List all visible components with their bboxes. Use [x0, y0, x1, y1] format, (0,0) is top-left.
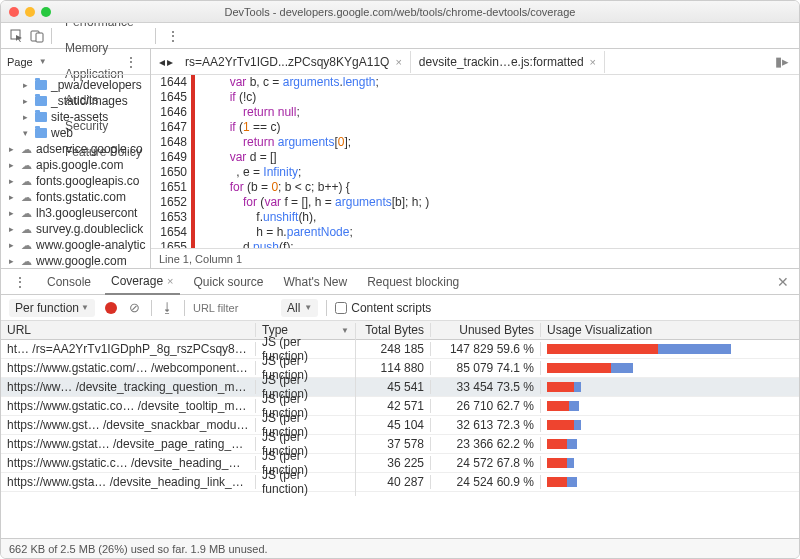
coverage-summary: 662 KB of 2.5 MB (26%) used so far. 1.9 …: [1, 538, 799, 558]
table-row[interactable]: https://www.gstatic.c… /devsite_heading_…: [1, 454, 799, 473]
url-filter-input[interactable]: [193, 302, 273, 314]
clear-button[interactable]: ⊘: [127, 300, 143, 316]
folder-icon: [35, 112, 47, 122]
svg-rect-2: [36, 33, 43, 42]
col-unused[interactable]: Unused Bytes: [431, 323, 541, 337]
per-function-select[interactable]: Per function▼: [9, 299, 95, 317]
tree-item[interactable]: ▸☁survey.g.doubleclick: [1, 221, 150, 237]
file-tabstrip: ◂ ▸ rs=AA2YrTv1IGD...zPCsqy8KYgA11Q×devs…: [151, 49, 799, 75]
chevron-down-icon: ▼: [39, 57, 47, 66]
tree-item[interactable]: ▸☁fonts.gstatic.com: [1, 189, 150, 205]
drawer-tab-coverage[interactable]: Coverage×: [105, 269, 179, 295]
page-label: Page: [7, 56, 33, 68]
tree-item[interactable]: ▸_pwa/developers: [1, 77, 150, 93]
main-menu-button[interactable]: ⋮: [160, 28, 186, 44]
tree-item[interactable]: ▸☁adservice.google.co: [1, 141, 150, 157]
device-toggle-icon[interactable]: [27, 26, 47, 46]
table-row[interactable]: https://www.gstatic.com/… /webcomponents…: [1, 359, 799, 378]
cloud-icon: ☁: [21, 191, 32, 204]
close-icon[interactable]: ×: [590, 56, 596, 68]
table-row[interactable]: https://www.gstat… /devsite_page_rating_…: [1, 435, 799, 454]
drawer-tab-request-blocking[interactable]: Request blocking: [361, 269, 465, 295]
cloud-icon: ☁: [21, 159, 32, 172]
file-tree: ▸_pwa/developers▸_static/images▸site-ass…: [1, 75, 150, 268]
coverage-table: URL Type▼ Total Bytes Unused Bytes Usage…: [1, 321, 799, 538]
folder-icon: [35, 80, 47, 90]
record-button[interactable]: [103, 300, 119, 316]
tree-item[interactable]: ▸_static/images: [1, 93, 150, 109]
table-row[interactable]: https://www.gsta… /devsite_heading_link_…: [1, 473, 799, 492]
tree-item[interactable]: ▾web: [1, 125, 150, 141]
nav-forward-icon[interactable]: ▸: [167, 55, 173, 69]
tree-item[interactable]: ▸☁lh3.googleusercont: [1, 205, 150, 221]
drawer-close-button[interactable]: ✕: [773, 274, 793, 290]
close-icon[interactable]: ×: [395, 56, 401, 68]
folder-icon: [35, 128, 47, 138]
drawer-tab-quick-source[interactable]: Quick source: [188, 269, 270, 295]
window-titlebar: DevTools - developers.google.com/web/too…: [1, 1, 799, 23]
page-pane-header[interactable]: Page ▼ ⋮: [1, 49, 150, 75]
drawer-menu-button[interactable]: ⋮: [7, 274, 33, 290]
folder-icon: [35, 96, 47, 106]
file-tab[interactable]: devsite_trackin…e.js:formatted×: [411, 51, 605, 73]
tree-item[interactable]: ▸☁www.google-analytic: [1, 237, 150, 253]
table-row[interactable]: https://www.gstatic.co… /devsite_tooltip…: [1, 397, 799, 416]
coverage-toolbar: Per function▼ ⊘ ⭳ All▼ Content scripts: [1, 295, 799, 321]
close-icon[interactable]: ×: [167, 275, 173, 287]
cloud-icon: ☁: [21, 255, 32, 268]
col-viz[interactable]: Usage Visualization: [541, 323, 799, 337]
tree-item[interactable]: ▸site-assets: [1, 109, 150, 125]
table-row[interactable]: https://www.gst… /devsite_snackbar_modul…: [1, 416, 799, 435]
code-editor[interactable]: var b, c = arguments.length; if (!c) ret…: [195, 75, 799, 248]
cloud-icon: ☁: [21, 223, 32, 236]
content-scripts-checkbox[interactable]: Content scripts: [335, 301, 431, 315]
nav-back-icon[interactable]: ◂: [159, 55, 165, 69]
editor-status: Line 1, Column 1: [151, 248, 799, 268]
window-title: DevTools - developers.google.com/web/too…: [1, 6, 799, 18]
code-pane: ◂ ▸ rs=AA2YrTv1IGD...zPCsqy8KYgA11Q×devs…: [151, 49, 799, 268]
table-header-row: URL Type▼ Total Bytes Unused Bytes Usage…: [1, 321, 799, 340]
drawer-tab-console[interactable]: Console: [41, 269, 97, 295]
cloud-icon: ☁: [21, 175, 32, 188]
cloud-icon: ☁: [21, 143, 32, 156]
tree-item[interactable]: ▸☁fonts.googleapis.co: [1, 173, 150, 189]
col-url[interactable]: URL: [1, 323, 256, 337]
tree-item[interactable]: ▸☁www.google.com: [1, 253, 150, 268]
type-filter-select[interactable]: All▼: [281, 299, 318, 317]
drawer-tab-what's-new[interactable]: What's New: [278, 269, 354, 295]
cloud-icon: ☁: [21, 207, 32, 220]
page-pane: Page ▼ ⋮ ▸_pwa/developers▸_static/images…: [1, 49, 151, 268]
drawer-tabstrip: ⋮ ConsoleCoverage×Quick sourceWhat's New…: [1, 269, 799, 295]
file-list-icon[interactable]: ▮▸: [769, 54, 795, 69]
line-gutter: 1644164516461647164816491650165116521653…: [151, 75, 195, 248]
cloud-icon: ☁: [21, 239, 32, 252]
tree-item[interactable]: ▸☁apis.google.com: [1, 157, 150, 173]
main-tabstrip: ElementsConsoleSourcesNetworkPerformance…: [1, 23, 799, 49]
col-total[interactable]: Total Bytes: [356, 323, 431, 337]
table-row[interactable]: ht… /rs=AA2YrTv1IGDphP_8g_rszPCsqy8KYgA1…: [1, 340, 799, 359]
file-tab[interactable]: rs=AA2YrTv1IGD...zPCsqy8KYgA11Q×: [177, 51, 411, 73]
export-button[interactable]: ⭳: [160, 300, 176, 316]
table-row[interactable]: https://ww… /devsite_tracking_question_m…: [1, 378, 799, 397]
page-menu-button[interactable]: ⋮: [118, 54, 144, 70]
inspect-icon[interactable]: [7, 26, 27, 46]
